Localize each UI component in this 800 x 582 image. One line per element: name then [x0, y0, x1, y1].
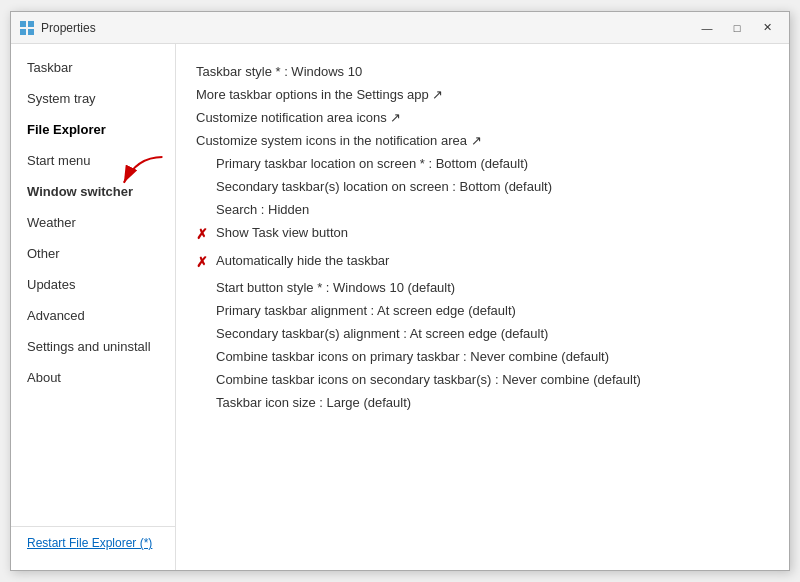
- setting-text-auto-hide-taskbar: Automatically hide the taskbar: [216, 253, 389, 268]
- window-title: Properties: [41, 21, 693, 35]
- setting-taskbar-icon-size: Taskbar icon size : Large (default): [196, 391, 769, 414]
- setting-combine-primary: Combine taskbar icons on primary taskbar…: [196, 345, 769, 368]
- svg-rect-3: [28, 29, 34, 35]
- red-arrow-indicator: [111, 152, 171, 192]
- sidebar-item-taskbar[interactable]: Taskbar: [11, 52, 175, 83]
- sidebar: TaskbarSystem trayFile ExplorerStart men…: [11, 44, 176, 570]
- setting-text-customize-system-icons: Customize system icons in the notificati…: [196, 133, 482, 148]
- setting-more-taskbar-options: More taskbar options in the Settings app…: [196, 83, 769, 106]
- setting-text-combine-secondary: Combine taskbar icons on secondary taskb…: [216, 372, 641, 387]
- setting-text-secondary-taskbar-alignment: Secondary taskbar(s) alignment : At scre…: [216, 326, 548, 341]
- window-controls: — □ ✕: [693, 18, 781, 38]
- x-mark-icon: ✗: [196, 225, 210, 245]
- svg-rect-1: [28, 21, 34, 27]
- settings-panel: Taskbar style * : Windows 10More taskbar…: [176, 44, 789, 570]
- sidebar-item-settings-uninstall[interactable]: Settings and uninstall: [11, 331, 175, 362]
- setting-secondary-taskbar-alignment: Secondary taskbar(s) alignment : At scre…: [196, 322, 769, 345]
- properties-window: Properties — □ ✕ TaskbarSystem trayFile …: [10, 11, 790, 571]
- sidebar-item-system-tray[interactable]: System tray: [11, 83, 175, 114]
- svg-rect-2: [20, 29, 26, 35]
- setting-text-primary-taskbar-alignment: Primary taskbar alignment : At screen ed…: [216, 303, 516, 318]
- minimize-button[interactable]: —: [693, 18, 721, 38]
- setting-text-taskbar-style: Taskbar style * : Windows 10: [196, 64, 362, 79]
- sidebar-item-updates[interactable]: Updates: [11, 269, 175, 300]
- close-button[interactable]: ✕: [753, 18, 781, 38]
- setting-secondary-taskbar-location: Secondary taskbar(s) location on screen …: [196, 175, 769, 198]
- sidebar-footer: Restart File Explorer (*): [11, 526, 175, 562]
- title-bar: Properties — □ ✕: [11, 12, 789, 44]
- setting-customize-notification: Customize notification area icons ↗: [196, 106, 769, 129]
- window-icon: [19, 20, 35, 36]
- setting-text-start-button-style: Start button style * : Windows 10 (defau…: [216, 280, 455, 295]
- setting-text-primary-taskbar-location: Primary taskbar location on screen * : B…: [216, 156, 528, 171]
- setting-text-more-taskbar-options: More taskbar options in the Settings app…: [196, 87, 443, 102]
- setting-start-button-style: Start button style * : Windows 10 (defau…: [196, 276, 769, 299]
- setting-search: Search : Hidden: [196, 198, 769, 221]
- setting-text-customize-notification: Customize notification area icons ↗: [196, 110, 401, 125]
- setting-text-show-task-view: Show Task view button: [216, 225, 348, 240]
- sidebar-item-other[interactable]: Other: [11, 238, 175, 269]
- setting-text-combine-primary: Combine taskbar icons on primary taskbar…: [216, 349, 609, 364]
- setting-customize-system-icons: Customize system icons in the notificati…: [196, 129, 769, 152]
- setting-taskbar-style: Taskbar style * : Windows 10: [196, 60, 769, 83]
- sidebar-item-weather[interactable]: Weather: [11, 207, 175, 238]
- sidebar-item-about[interactable]: About: [11, 362, 175, 393]
- main-content-area: TaskbarSystem trayFile ExplorerStart men…: [11, 44, 789, 570]
- svg-rect-0: [20, 21, 26, 27]
- setting-text-search: Search : Hidden: [216, 202, 309, 217]
- sidebar-item-advanced[interactable]: Advanced: [11, 300, 175, 331]
- setting-text-taskbar-icon-size: Taskbar icon size : Large (default): [216, 395, 411, 410]
- setting-primary-taskbar-location: Primary taskbar location on screen * : B…: [196, 152, 769, 175]
- setting-combine-secondary: Combine taskbar icons on secondary taskb…: [196, 368, 769, 391]
- maximize-button[interactable]: □: [723, 18, 751, 38]
- restart-file-explorer-link[interactable]: Restart File Explorer (*): [27, 536, 152, 550]
- settings-list: Taskbar style * : Windows 10More taskbar…: [196, 60, 769, 414]
- sidebar-nav: TaskbarSystem trayFile ExplorerStart men…: [11, 52, 175, 393]
- x-mark-icon: ✗: [196, 253, 210, 273]
- setting-text-secondary-taskbar-location: Secondary taskbar(s) location on screen …: [216, 179, 552, 194]
- sidebar-item-file-explorer[interactable]: File Explorer: [11, 114, 175, 145]
- setting-auto-hide-taskbar: ✗Automatically hide the taskbar: [196, 249, 769, 277]
- setting-show-task-view: ✗Show Task view button: [196, 221, 769, 249]
- setting-primary-taskbar-alignment: Primary taskbar alignment : At screen ed…: [196, 299, 769, 322]
